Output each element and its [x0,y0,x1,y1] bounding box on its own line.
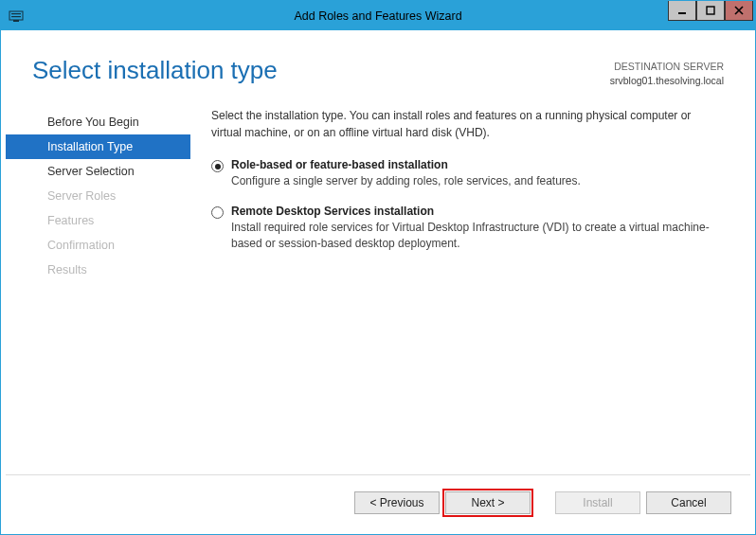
sidebar-item-server-roles: Server Roles [6,184,190,208]
svg-rect-0 [9,11,23,20]
sidebar-item-server-selection[interactable]: Server Selection [6,159,190,184]
option-rds-title: Remote Desktop Services installation [231,205,724,218]
inner-panel: Select installation type DESTINATION SER… [5,34,751,530]
sidebar-item-installation-type[interactable]: Installation Type [6,134,190,159]
svg-rect-5 [707,7,714,14]
option-rds-desc: Install required role services for Virtu… [231,220,724,252]
minimize-button[interactable] [668,1,696,21]
option-rds[interactable]: Remote Desktop Services installation Ins… [211,205,724,252]
sidebar-item-features: Features [6,208,190,233]
close-button[interactable] [725,1,753,21]
app-icon [9,9,24,24]
option-role-based-desc: Configure a single server by adding role… [231,173,724,189]
option-role-based-text: Role-based or feature-based installation… [231,158,724,189]
header-row: Select installation type DESTINATION SER… [6,35,750,97]
svg-rect-4 [678,12,686,14]
radio-rds[interactable] [211,206,224,219]
svg-rect-3 [13,20,19,22]
next-button[interactable]: Next > [445,491,531,514]
main-pane: Select the installation type. You can in… [190,97,724,474]
cancel-button[interactable]: Cancel [646,491,731,514]
maximize-button[interactable] [696,1,725,21]
install-button: Install [555,491,640,514]
intro-text: Select the installation type. You can in… [211,108,724,141]
wizard-sidebar: Before You Begin Installation Type Serve… [6,97,190,474]
destination-label: DESTINATION SERVER [610,60,724,74]
page-title: Select installation type [32,56,278,87]
body-row: Before You Begin Installation Type Serve… [6,97,750,474]
wizard-window: Add Roles and Features Wizard Select ins… [0,0,756,535]
wizard-footer: < Previous Next > Install Cancel [6,474,750,529]
option-rds-text: Remote Desktop Services installation Ins… [231,205,724,252]
svg-rect-2 [11,16,21,17]
window-title: Add Roles and Features Wizard [294,9,461,23]
sidebar-item-before-you-begin[interactable]: Before You Begin [6,110,190,134]
option-role-based[interactable]: Role-based or feature-based installation… [211,158,724,189]
destination-block: DESTINATION SERVER srvblog01.thesolving.… [610,56,724,87]
previous-button[interactable]: < Previous [354,491,440,514]
window-controls [668,1,755,21]
radio-role-based[interactable] [211,160,224,172]
content-area: Select installation type DESTINATION SER… [1,30,755,534]
option-role-based-title: Role-based or feature-based installation [231,158,724,171]
destination-value: srvblog01.thesolving.local [610,74,724,88]
sidebar-item-confirmation: Confirmation [6,233,190,258]
titlebar: Add Roles and Features Wizard [1,1,755,30]
sidebar-item-results: Results [6,258,190,282]
svg-rect-1 [11,13,21,14]
